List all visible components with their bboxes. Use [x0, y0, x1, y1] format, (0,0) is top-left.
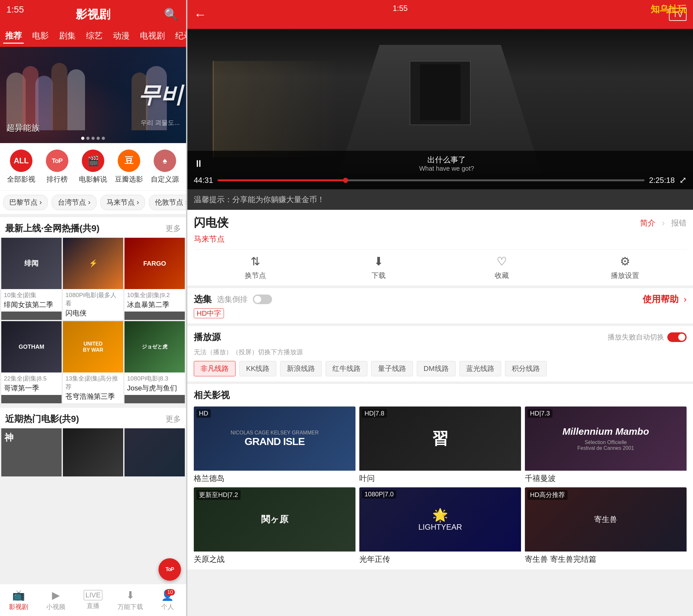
node-paris[interactable]: 巴黎节点 › — [3, 195, 48, 210]
quick-ranking[interactable]: ToP 排行榜 — [39, 150, 75, 184]
collect-label: 收藏 — [495, 271, 509, 280]
report-link[interactable]: 报错 — [671, 218, 687, 228]
left-banner[interactable]: 무비 超异能族 우리 괴물도... — [0, 47, 186, 143]
bottom-nav-download[interactable]: ⬇ 万能下载 — [112, 589, 149, 611]
sources-toggle-row: 播放失败自动切换 — [608, 332, 687, 342]
switch-label: 换节点 — [245, 271, 266, 280]
video-label: 小视频 — [46, 602, 65, 611]
search-icon[interactable]: 🔍 — [164, 8, 178, 21]
source-kk[interactable]: KK线路 — [239, 361, 276, 376]
help-link[interactable]: 使用帮助 — [642, 293, 678, 305]
related-badge-2: HD|7.8 — [362, 409, 387, 418]
show-card-5[interactable]: UNITEDBY WAR 13集全|剧集|高分推荐 苍穹浩瀚第三季 — [63, 321, 123, 403]
show-title-6: Jose与虎与鱼们 — [127, 383, 182, 393]
source-fenfan[interactable]: 非凡线路 — [194, 361, 236, 376]
download-btn[interactable]: ⬇ 下载 — [317, 255, 440, 280]
bottom-nav-live[interactable]: LIVE 直播 — [75, 590, 112, 610]
related-info-6: 寄生兽 寄生兽完结篇 — [525, 552, 687, 564]
source-jifen[interactable]: 积分线路 — [505, 361, 547, 376]
left-title: 影视剧 — [76, 7, 111, 22]
banner-dots — [0, 137, 186, 140]
show-card-6[interactable]: ジョゼと虎 1080Pi电影|8.3 Jose与虎与鱼们 — [124, 321, 185, 403]
related-title-5: 光年正传 — [359, 554, 521, 564]
nav-item-variety[interactable]: 综艺 — [84, 29, 104, 44]
show-card-4[interactable]: GOTHAM 22集全|剧集|8.5 哥谭第一季 — [1, 321, 62, 403]
section1-more[interactable]: 更多 — [165, 223, 181, 234]
fab-button[interactable]: ToP — [158, 558, 181, 581]
quick-douban[interactable]: 豆 豆瓣选影 — [111, 150, 147, 184]
source-liangzi[interactable]: 量子线路 — [371, 361, 413, 376]
show-meta-1: 10集全|剧集 — [4, 291, 59, 299]
source-dm[interactable]: DM线路 — [417, 361, 455, 376]
detail-link[interactable]: 简介 — [640, 218, 655, 228]
right-header: ← TV 1:55 知乌扯玩 — [187, 0, 693, 29]
section2-header: 近期热门电影(共9) 更多 — [0, 408, 186, 428]
related-title: 相关影视 — [194, 389, 687, 401]
douban-icon: 豆 — [118, 150, 140, 172]
download-icon: ⬇ — [374, 255, 383, 268]
movie-mini-3[interactable] — [124, 428, 185, 476]
nav-item-anime[interactable]: 动漫 — [111, 29, 132, 44]
quick-custom[interactable]: ♠ 自定义源 — [147, 150, 183, 184]
section2-more[interactable]: 更多 — [165, 414, 181, 424]
show-card-1[interactable]: 绯闻 10集全|剧集 绯闻女孩第二季 — [1, 238, 62, 320]
node-taiwan[interactable]: 台湾节点 › — [52, 195, 96, 210]
sources-note: 无法（播放）（投屏）切换下方播放源 — [194, 348, 687, 356]
progress-track[interactable] — [218, 179, 645, 181]
nav-item-doc[interactable]: 纪录片 — [173, 29, 186, 44]
related-card-5[interactable]: 🌟 LIGHTYEAR 1080P|7.0 光年正传 — [359, 488, 521, 564]
banner-subtitle: 超异能族 — [6, 122, 40, 134]
video-player[interactable]: ⏸ 出什么事了 What have we got? 44:31 2:25:18 … — [187, 29, 693, 189]
auto-switch-toggle[interactable] — [667, 332, 687, 342]
related-grid: NICOLAS CAGE KELSEY GRAMMER GRAND ISLE H… — [194, 406, 687, 564]
shows-grid: 绯闻 10集全|剧集 绯闻女孩第二季 ⚡ 1080Pi电影|最多人看 闪电侠 — [0, 238, 186, 404]
nav-item-movies[interactable]: 电影 — [30, 29, 51, 44]
movie-mini-1[interactable]: 神 — [1, 428, 62, 476]
related-card-2[interactable]: 習 HD|7.8 叶问 — [359, 406, 521, 483]
movie-node: 马来节点 — [194, 234, 687, 244]
progress-fill — [218, 179, 345, 181]
current-time: 44:31 — [194, 176, 213, 185]
help-arrow-icon: › — [684, 294, 687, 304]
left-panel: 1:55 影视剧 🔍 推荐 电影 剧集 综艺 动漫 电视剧 纪录片 游戏 ☰ — [0, 0, 186, 616]
related-card-4[interactable]: 関ヶ原 更新至HD|7.2 关原之战 — [194, 488, 355, 564]
dot-2 — [86, 137, 90, 140]
collect-btn[interactable]: ♡ 收藏 — [440, 255, 563, 280]
settings-btn[interactable]: ⚙ 播放设置 — [563, 255, 687, 280]
related-card-6[interactable]: 寄生兽 HD高分推荐 寄生兽 寄生兽完结篇 — [525, 488, 687, 564]
sources-title: 播放源 — [194, 331, 221, 343]
source-langen[interactable]: 蓝光线路 — [459, 361, 501, 376]
play-pause-button[interactable]: ⏸ — [194, 158, 203, 169]
quick-all[interactable]: ALL 全部影视 — [3, 150, 39, 184]
related-card-1[interactable]: NICOLAS CAGE KELSEY GRAMMER GRAND ISLE H… — [194, 406, 355, 483]
sort-toggle[interactable] — [253, 295, 272, 304]
douban-label: 豆瓣选影 — [115, 175, 143, 184]
show-card-3[interactable]: FARGO 10集全|剧集|9.2 冰血暴第二季 — [124, 238, 185, 320]
dot-3 — [92, 137, 95, 140]
bottom-nav-tv[interactable]: 📺 影视剧 — [0, 589, 37, 611]
related-card-3[interactable]: Millennium Mambo Sélection OfficielleFes… — [525, 406, 687, 483]
nav-item-tv[interactable]: 电视剧 — [138, 29, 167, 44]
show-card-2[interactable]: ⚡ 1080Pi电影|最多人看 闪电侠 — [63, 238, 123, 320]
bottom-nav-video[interactable]: ▶ 小视频 — [37, 589, 75, 611]
movie-actions: 简介 › 报错 — [640, 218, 687, 228]
bottom-nav-profile[interactable]: 10 👤 个人 — [149, 589, 186, 611]
show-meta-6: 1080Pi电影|8.3 — [127, 374, 182, 383]
quick-explain[interactable]: 🎬 电影解说 — [75, 150, 111, 184]
change-node-btn[interactable]: ⇅ 换节点 — [194, 255, 317, 280]
node-london[interactable]: 伦敦节点 › — [149, 195, 186, 210]
custom-icon: ♠ — [154, 150, 176, 172]
expand-icon[interactable]: ⤢ — [679, 175, 687, 185]
node-malaysia[interactable]: 马来节点 › — [100, 195, 145, 210]
nav-item-recommended[interactable]: 推荐 — [3, 29, 24, 44]
back-button[interactable]: ← — [194, 7, 206, 22]
source-hongniu[interactable]: 红牛线路 — [325, 361, 368, 376]
left-time: 1:55 — [6, 4, 24, 15]
show-img-6: ジョゼと虎 — [124, 321, 185, 373]
sources-chips: 非凡线路 KK线路 新浪线路 红牛线路 量子线路 DM线路 蓝光线路 积分线路 — [194, 361, 687, 376]
show-title-4: 哥谭第一季 — [4, 383, 59, 393]
nav-item-series[interactable]: 剧集 — [57, 29, 78, 44]
source-xinlang[interactable]: 新浪线路 — [280, 361, 322, 376]
arrow-icon: › — [662, 218, 665, 228]
movie-mini-2[interactable] — [63, 428, 123, 476]
